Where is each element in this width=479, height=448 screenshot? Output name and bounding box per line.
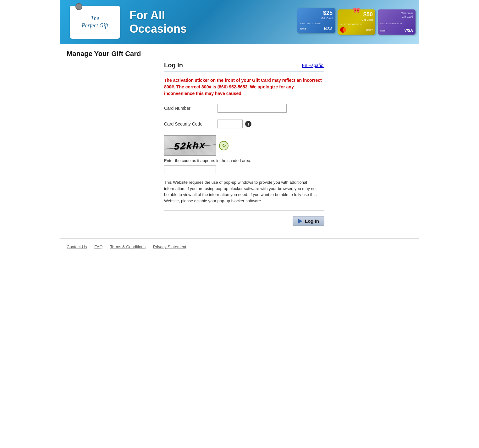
gift-card-purple: Celebrate Gift Card 4000 1234 5678 9010 …: [378, 9, 416, 35]
gift-card-gold: $50 Gift Card 6412 7580 0080 0000 DEBIT …: [338, 9, 375, 35]
alert-message: The activation sticker on the front of y…: [164, 77, 324, 97]
form-title-row: Log In En Español: [164, 62, 324, 71]
login-button-row: Log In: [164, 216, 324, 226]
espanol-link[interactable]: En Español: [302, 63, 324, 68]
form-title: Log In: [164, 62, 302, 69]
gift-card-blue: $25 Gift Card 4000 1234 5678 9010 DEBIT …: [297, 8, 335, 33]
footer-faq[interactable]: FAQ: [94, 244, 102, 249]
login-form-section: Log In En Español The activation sticker…: [155, 62, 324, 226]
arrow-icon: [298, 219, 302, 224]
card-number-row: Card Number: [164, 104, 324, 113]
form-divider: [164, 210, 324, 210]
captcha-refresh-button[interactable]: ↻: [219, 141, 228, 150]
footer-privacy[interactable]: Privacy Statement: [153, 244, 186, 249]
login-button[interactable]: Log In: [293, 216, 324, 226]
footer-terms[interactable]: Terms & Conditions: [110, 244, 146, 249]
captcha-image: 52khx: [164, 135, 216, 156]
captcha-input[interactable]: [164, 165, 216, 174]
footer-contact-us[interactable]: Contact Us: [67, 244, 87, 249]
site-logo: The Perfect Gift: [70, 6, 120, 39]
popup-notice: This Website requires the use of pop-up …: [164, 179, 318, 204]
logo-tag: [75, 3, 82, 10]
header-banner: The Perfect Gift For All Occasions $25 G…: [60, 0, 419, 44]
header-cards: $25 Gift Card 4000 1234 5678 9010 DEBIT …: [297, 0, 419, 44]
security-code-label: Card Security Code: [164, 121, 217, 126]
security-code-input[interactable]: [217, 120, 243, 128]
captcha-hint: Enter the code as it appears in the shad…: [164, 158, 324, 163]
footer: Contact Us FAQ Terms & Conditions Privac…: [60, 238, 419, 255]
captcha-text: 52khx: [174, 139, 206, 152]
login-button-label: Log In: [305, 218, 319, 224]
captcha-image-row: 52khx ↻: [164, 135, 324, 156]
info-icon[interactable]: i: [245, 121, 251, 127]
page-title: Manage Your Gift Card: [60, 44, 419, 62]
card-number-label: Card Number: [164, 106, 217, 111]
security-code-row: Card Security Code i: [164, 120, 324, 128]
header-tagline: For All Occasions: [129, 8, 187, 36]
captcha-section: 52khx ↻ Enter the code as it appears in …: [164, 135, 324, 174]
logo-text: The Perfect Gift: [82, 15, 108, 30]
card-number-input[interactable]: [217, 104, 287, 113]
